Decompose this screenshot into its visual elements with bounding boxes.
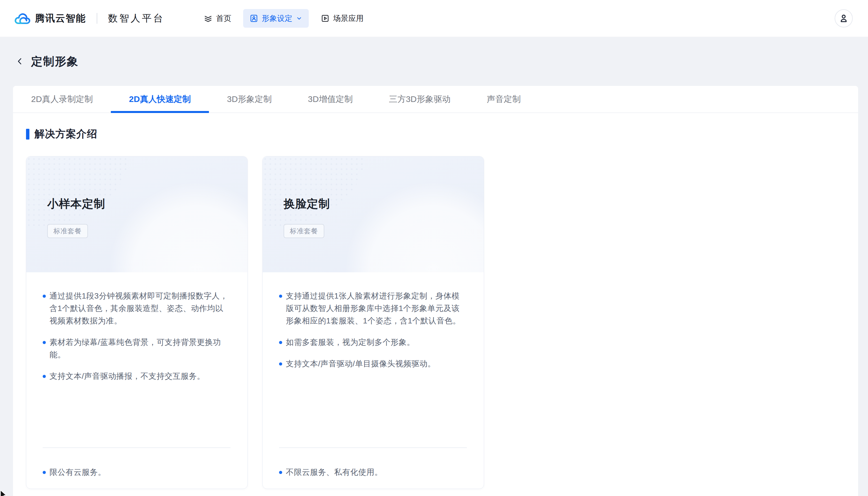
page-title: 定制形象	[31, 54, 79, 69]
card-footer-bullet: 不限云服务、私有化使用。	[279, 466, 467, 479]
tab-third-party-3d-drive[interactable]: 三方3D形象驱动	[371, 86, 468, 112]
card-bullet-list: 支持通过提供1张人脸素材进行形象定制，身体模版可从数智人相册形象库中选择1个形象…	[279, 290, 467, 370]
bullet-text: 支持文本/声音驱动/单目摄像头视频驱动。	[286, 358, 436, 370]
bullet-text: 支持文本/声音驱动播报，不支持交互服务。	[49, 370, 205, 383]
card-bullet: 素材若为绿幕/蓝幕纯色背景，可支持背景更换功能。	[43, 336, 230, 361]
card-footer-list: 不限云服务、私有化使用。	[279, 466, 467, 479]
card-bullet-list: 通过提供1段3分钟视频素材即可定制播报数字人，含1个默认音色，其余服装造型、姿态…	[43, 290, 230, 383]
page-body: 定制形象 2D真人录制定制 2D真人快速定制 3D形象定制 3D增值定制 三方3…	[0, 37, 868, 496]
bullet-dot-icon	[43, 341, 46, 344]
package-badge: 标准套餐	[47, 224, 88, 238]
user-avatar[interactable]	[835, 9, 853, 27]
tab-2d-fast-custom[interactable]: 2D真人快速定制	[111, 86, 209, 112]
bullet-text: 通过提供1段3分钟视频素材即可定制播报数字人，含1个默认音色，其余服装造型、姿态…	[49, 290, 230, 327]
card-title: 小样本定制	[47, 196, 248, 212]
card-header: 换脸定制 标准套餐	[263, 156, 484, 272]
section-header: 解决方案介绍	[26, 127, 858, 141]
card-title: 换脸定制	[284, 196, 484, 212]
nav-item-label: 首页	[216, 13, 231, 24]
solution-card-face-swap: 换脸定制 标准套餐 支持通过提供1张人脸素材进行形象定制，身体模版可从数智人相册…	[263, 156, 484, 489]
bullet-dot-icon	[43, 471, 46, 474]
solution-card-small-sample: 小样本定制 标准套餐 通过提供1段3分钟视频素材即可定制播报数字人，含1个默认音…	[26, 156, 248, 489]
card-divider	[279, 447, 467, 448]
nav-item-label: 场景应用	[333, 13, 364, 24]
card-footer-list: 限公有云服务。	[43, 466, 230, 479]
accent-bar	[26, 129, 29, 140]
tencent-cloud-logo-icon	[14, 11, 31, 26]
tab-3d-avatar-custom[interactable]: 3D形象定制	[209, 86, 290, 112]
id-card-icon	[249, 14, 258, 23]
tab-2d-recorded-custom[interactable]: 2D真人录制定制	[13, 86, 111, 112]
brand-name: 腾讯云智能	[35, 12, 86, 25]
nav-item-home[interactable]: 首页	[204, 13, 231, 24]
card-bullet: 支持文本/声音驱动播报，不支持交互服务。	[43, 370, 230, 383]
play-square-icon	[320, 14, 330, 23]
mouse-cursor	[0, 490, 8, 496]
bullet-dot-icon	[279, 471, 282, 474]
tab-bar: 2D真人录制定制 2D真人快速定制 3D形象定制 3D增值定制 三方3D形象驱动…	[13, 86, 858, 113]
person-icon	[838, 13, 849, 24]
card-bullet: 支持文本/声音驱动/单目摄像头视频驱动。	[279, 358, 467, 370]
bullet-text: 不限云服务、私有化使用。	[286, 466, 383, 479]
solution-cards: 小样本定制 标准套餐 通过提供1段3分钟视频素材即可定制播报数字人，含1个默认音…	[26, 156, 858, 489]
bullet-dot-icon	[43, 375, 46, 378]
back-button[interactable]	[14, 55, 26, 67]
bullet-text: 如需多套服装，视为定制多个形象。	[286, 336, 415, 348]
brand[interactable]: 腾讯云智能	[14, 11, 86, 26]
page-header: 定制形象	[0, 37, 868, 86]
bullet-text: 素材若为绿幕/蓝幕纯色背景，可支持背景更换功能。	[49, 336, 230, 361]
tab-3d-value-added-custom[interactable]: 3D增值定制	[290, 86, 371, 112]
content-panel: 2D真人录制定制 2D真人快速定制 3D形象定制 3D增值定制 三方3D形象驱动…	[13, 86, 858, 496]
top-navbar: 腾讯云智能 数智人平台 首页 形象设定	[0, 0, 868, 37]
card-bullet: 支持通过提供1张人脸素材进行形象定制，身体模版可从数智人相册形象库中选择1个形象…	[279, 290, 467, 327]
bullet-dot-icon	[279, 362, 282, 366]
package-badge: 标准套餐	[284, 224, 324, 238]
main-nav: 首页 形象设定 场景应用	[204, 9, 364, 28]
bullet-dot-icon	[279, 295, 282, 298]
layers-icon	[204, 14, 213, 23]
brand-divider	[97, 13, 97, 24]
app-window: 腾讯云智能 数智人平台 首页 形象设定	[0, 0, 868, 496]
card-footer-bullet: 限公有云服务。	[43, 466, 230, 479]
card-header: 小样本定制 标准套餐	[26, 156, 248, 272]
card-body: 支持通过提供1张人脸素材进行形象定制，身体模版可从数智人相册形象库中选择1个形象…	[263, 272, 484, 489]
nav-item-scene-apps[interactable]: 场景应用	[320, 13, 364, 24]
platform-title: 数智人平台	[108, 12, 165, 25]
chevron-down-icon	[296, 15, 302, 22]
chevron-left-icon	[16, 57, 24, 65]
section-title: 解决方案介绍	[34, 127, 97, 141]
nav-item-label: 形象设定	[262, 13, 293, 24]
card-bullet: 通过提供1段3分钟视频素材即可定制播报数字人，含1个默认音色，其余服装造型、姿态…	[43, 290, 230, 327]
bullet-dot-icon	[43, 295, 46, 298]
nav-item-avatar-setting[interactable]: 形象设定	[243, 9, 309, 28]
tab-content: 解决方案介绍 小样本定制 标准套餐 通过提供	[13, 113, 858, 489]
bullet-dot-icon	[279, 341, 282, 344]
card-body: 通过提供1段3分钟视频素材即可定制播报数字人，含1个默认音色，其余服装造型、姿态…	[26, 272, 248, 489]
bullet-text: 支持通过提供1张人脸素材进行形象定制，身体模版可从数智人相册形象库中选择1个形象…	[286, 290, 467, 327]
card-divider	[43, 447, 230, 448]
bullet-text: 限公有云服务。	[49, 466, 106, 479]
tab-voice-custom[interactable]: 声音定制	[469, 86, 539, 112]
card-bullet: 如需多套服装，视为定制多个形象。	[279, 336, 467, 348]
